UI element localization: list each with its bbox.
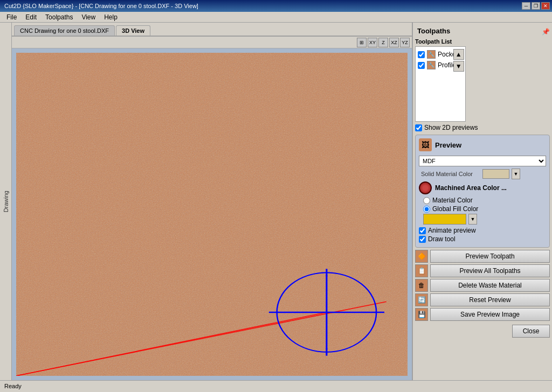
save-preview-row: 💾 Save Preview Image — [415, 308, 550, 321]
toolpath-list-title: Toolpath List — [415, 38, 550, 45]
title-bar: Cut2D {SLO MakerSpace} - [CNC Drawing fo… — [0, 0, 552, 12]
preview-toolpath-button[interactable]: Preview Toolpath — [430, 250, 550, 263]
show-2d-previews-label: Show 2D previews — [424, 124, 478, 131]
material-row: MDF Plywood Wood Aluminum — [419, 156, 546, 166]
solid-material-label: Solid Material Color — [421, 171, 480, 177]
z-icon[interactable]: Z — [378, 38, 388, 47]
menu-edit[interactable]: Edit — [21, 12, 41, 22]
global-fill-radio-row: Global Fill Color — [419, 205, 546, 213]
close-button[interactable]: ✕ — [541, 2, 550, 10]
pin-icon[interactable]: 📌 — [542, 28, 550, 36]
material-select[interactable]: MDF Plywood Wood Aluminum — [419, 156, 546, 166]
machined-icon — [419, 181, 432, 194]
draw-tool-row: Draw tool — [419, 235, 546, 243]
solid-material-color-dropdown-arrow[interactable]: ▼ — [512, 169, 520, 179]
toolpath-list-box: 🔧 Pocket 1 🔧 Profile 1 ▲ ▼ — [415, 46, 466, 122]
status-bar: Ready — [0, 380, 552, 391]
tab-bar: CNC Drawing for one 0 stool.DXF 3D View — [12, 23, 412, 37]
drawing-panel: Drawing — [0, 23, 12, 380]
material-color-radio[interactable] — [423, 197, 430, 204]
close-btn-row: Close — [415, 325, 550, 338]
preview-title: Preview — [435, 141, 461, 149]
reset-preview-row: 🔄 Reset Preview — [415, 293, 550, 306]
reset-preview-button[interactable]: Reset Preview — [430, 293, 550, 306]
right-panel: Toolpaths 📌 Toolpath List 🔧 Pocket 1 🔧 P… — [412, 23, 552, 380]
preview-icon: 🖼 — [419, 138, 432, 151]
material-color-label: Material Color — [432, 197, 473, 204]
canvas-toolbar: ⊞ XY Z XZ YZ — [12, 37, 412, 48]
delete-waste-row: 🗑 Delete Waste Material — [415, 279, 550, 292]
preview-all-row: 📋 Preview All Toolpaths — [415, 264, 550, 277]
color-dropdown-row: ▼ — [419, 214, 546, 225]
draw-tool-checkbox[interactable] — [419, 236, 426, 243]
center-area: CNC Drawing for one 0 stool.DXF 3D View … — [12, 23, 412, 380]
save-preview-icon: 💾 — [415, 308, 428, 321]
menu-toolpaths[interactable]: Toolpaths — [41, 12, 77, 22]
show-2d-row: Show 2D previews — [415, 124, 550, 131]
toolpath-list-container: 🔧 Pocket 1 🔧 Profile 1 ▲ ▼ — [415, 46, 550, 124]
main-container: Drawing CNC Drawing for one 0 stool.DXF … — [0, 23, 552, 380]
menu-view[interactable]: View — [77, 12, 100, 22]
window-title: Cut2D {SLO MakerSpace} - [CNC Drawing fo… — [2, 3, 198, 9]
panel-title: Toolpaths — [415, 25, 450, 38]
delete-waste-icon: 🗑 — [415, 279, 428, 292]
yz-icon[interactable]: YZ — [400, 38, 410, 47]
animate-preview-row: Animate preview — [419, 227, 546, 234]
drawing-label: Drawing — [3, 191, 9, 212]
preview-toolpath-row: 🔶 Preview Toolpath — [415, 250, 550, 263]
xy-icon[interactable]: XY — [368, 38, 377, 47]
restore-button[interactable]: ❐ — [532, 2, 540, 10]
toolpath-checkbox-1[interactable] — [418, 51, 425, 58]
solid-material-color-box[interactable] — [482, 169, 509, 179]
xz-icon[interactable]: XZ — [389, 38, 399, 47]
global-fill-radio[interactable] — [423, 206, 430, 213]
scroll-up-button[interactable]: ▲ — [453, 49, 464, 60]
canvas-wrapper: ⊞ XY Z XZ YZ — [12, 37, 412, 380]
close-button[interactable]: Close — [512, 325, 550, 338]
global-fill-color-box[interactable] — [423, 214, 466, 225]
toolpath-icon-1: 🔧 — [427, 50, 436, 59]
preview-section: 🖼 Preview MDF Plywood Wood Aluminum Soli… — [415, 135, 550, 248]
list-scroll-buttons: ▲ ▼ — [453, 49, 464, 72]
animate-preview-label: Animate preview — [428, 227, 476, 234]
status-text: Ready — [4, 383, 22, 389]
minimize-button[interactable]: ─ — [522, 2, 530, 10]
toolpath-icon-2: 🔧 — [427, 61, 436, 69]
machined-area-label: Machined Area Color ... — [435, 184, 507, 192]
preview-toolpath-icon: 🔶 — [415, 250, 428, 263]
fit-icon[interactable]: ⊞ — [357, 38, 367, 47]
scroll-down-button[interactable]: ▼ — [453, 61, 464, 72]
preview-header: 🖼 Preview — [419, 138, 546, 151]
preview-all-button[interactable]: Preview All Toolpaths — [430, 264, 550, 277]
window-controls: ─ ❐ ✕ — [522, 2, 550, 10]
toolpath-checkbox-2[interactable] — [418, 62, 425, 69]
delete-waste-button[interactable]: Delete Waste Material — [430, 279, 550, 292]
tab-cnc-drawing[interactable]: CNC Drawing for one 0 stool.DXF — [14, 25, 115, 36]
toolpath-svg — [16, 53, 408, 376]
global-fill-label: Global Fill Color — [432, 205, 478, 213]
menu-bar: File Edit Toolpaths View Help — [0, 12, 552, 23]
save-preview-image-button[interactable]: Save Preview Image — [430, 308, 550, 321]
show-2d-previews-checkbox[interactable] — [415, 124, 422, 131]
preview-all-icon: 📋 — [415, 264, 428, 277]
draw-tool-label: Draw tool — [428, 235, 456, 243]
canvas-3d[interactable] — [16, 53, 408, 376]
global-fill-color-dropdown-arrow[interactable]: ▼ — [468, 214, 477, 225]
solid-material-color-row: Solid Material Color ▼ — [419, 169, 546, 179]
menu-help[interactable]: Help — [100, 12, 122, 22]
menu-file[interactable]: File — [2, 12, 21, 22]
material-color-radio-row: Material Color — [419, 197, 546, 204]
tab-3d-view[interactable]: 3D View — [116, 25, 150, 36]
machined-area-row: Machined Area Color ... — [419, 181, 546, 194]
reset-preview-icon: 🔄 — [415, 293, 428, 306]
animate-preview-checkbox[interactable] — [419, 227, 426, 234]
